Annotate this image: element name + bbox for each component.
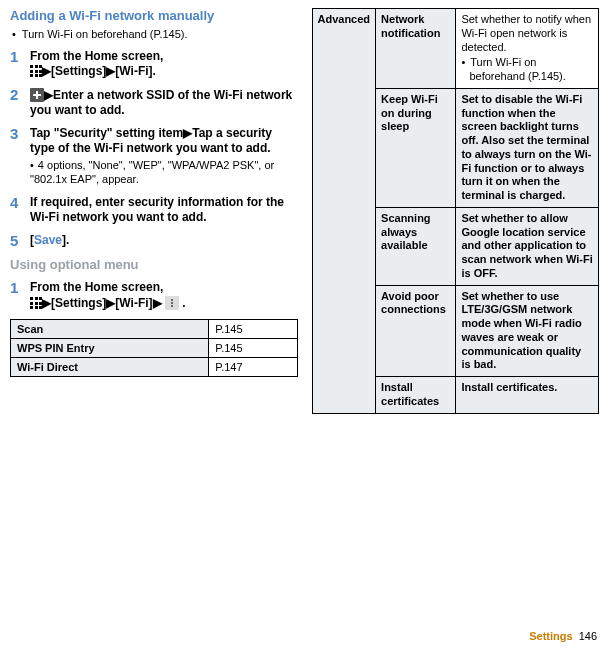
text: [Settings]: [51, 296, 106, 310]
step-2: 2 ▶Enter a network SSID of the Wi-Fi net…: [10, 87, 298, 118]
bullet: [30, 159, 38, 171]
step-number: 4: [10, 195, 30, 225]
apps-grid-icon: [30, 65, 42, 77]
save-link[interactable]: Save: [34, 233, 62, 247]
section-label: Settings: [529, 630, 572, 642]
row-label: Keep Wi-Fi on during sleep: [376, 88, 456, 207]
row-desc: Set to disable the Wi-Fi function when t…: [456, 88, 599, 207]
opt-page: P.145: [209, 339, 297, 358]
sub-note: 4 options, "None", "WEP", "WPA/WPA2 PSK"…: [30, 159, 298, 187]
text: Set whether to notify when Wi-Fi open ne…: [461, 13, 591, 53]
pre-note-text: Turn Wi-Fi on beforehand (P.145).: [22, 28, 188, 40]
row-desc: Set whether to use LTE/3G/GSM network mo…: [456, 285, 599, 377]
opt-page: P.145: [209, 320, 297, 339]
step-body: ▶Enter a network SSID of the Wi-Fi netwo…: [30, 87, 298, 118]
left-column: Adding a Wi-Fi network manually Turn Wi-…: [10, 8, 298, 414]
heading-optional-menu: Using optional menu: [10, 257, 298, 272]
plus-icon: [30, 88, 44, 102]
row-desc: Set whether to notify when Wi-Fi open ne…: [456, 9, 599, 89]
arrow-icon: ▶: [153, 296, 162, 310]
step-body: From the Home screen, ▶[Settings]▶[Wi-Fi…: [30, 280, 298, 311]
step-body: Tap "Security" setting item▶Tap a securi…: [30, 126, 298, 187]
table-row: ScanP.145: [11, 320, 298, 339]
step-number: 3: [10, 126, 30, 187]
arrow-icon: ▶: [106, 296, 115, 310]
step-number: 2: [10, 87, 30, 118]
text: From the Home screen,: [30, 49, 163, 63]
row-desc: Install certificates.: [456, 377, 599, 414]
opt-name: Wi-Fi Direct: [11, 358, 209, 377]
right-column: Advanced Network notification Set whethe…: [312, 8, 600, 414]
arrow-icon: ▶: [44, 88, 53, 102]
row-label: Avoid poor connections: [376, 285, 456, 377]
step-number: 1: [10, 49, 30, 79]
text: 4 options, "None", "WEP", "WPA/WPA2 PSK"…: [30, 159, 274, 185]
step-body: If required, enter security information …: [30, 195, 298, 225]
step-body: From the Home screen, ▶[Settings]▶[Wi-Fi…: [30, 49, 298, 79]
arrow-icon: ▶: [42, 296, 51, 310]
optional-step-1: 1 From the Home screen, ▶[Settings]▶[Wi-…: [10, 280, 298, 311]
arrow-icon: ▶: [42, 64, 51, 78]
table-row: Wi-Fi DirectP.147: [11, 358, 298, 377]
text: From the Home screen,: [30, 280, 163, 294]
step-5: 5 [Save].: [10, 233, 298, 250]
arrow-icon: ▶: [106, 64, 115, 78]
heading-add-wifi: Adding a Wi-Fi network manually: [10, 8, 298, 24]
row-label: Network notification: [376, 9, 456, 89]
table-row: Advanced Network notification Set whethe…: [312, 9, 599, 89]
options-table: ScanP.145 WPS PIN EntryP.145 Wi-Fi Direc…: [10, 319, 298, 377]
overflow-menu-icon: [165, 296, 179, 310]
opt-name: Scan: [11, 320, 209, 339]
step-body: [Save].: [30, 233, 298, 250]
text: [Wi-Fi]: [115, 296, 152, 310]
advanced-table: Advanced Network notification Set whethe…: [312, 8, 600, 414]
step-4: 4 If required, enter security informatio…: [10, 195, 298, 225]
text: [Wi-Fi].: [115, 64, 156, 78]
pre-note: Turn Wi-Fi on beforehand (P.145).: [12, 28, 298, 42]
step-1: 1 From the Home screen, ▶[Settings]▶[Wi-…: [10, 49, 298, 79]
row-label: Scanning always available: [376, 207, 456, 285]
opt-page: P.147: [209, 358, 297, 377]
group-label: Advanced: [312, 9, 376, 414]
text: Tap "Security" setting item▶Tap a securi…: [30, 126, 298, 156]
step-number: 5: [10, 233, 30, 250]
text: Enter a network SSID of the Wi-Fi networ…: [30, 88, 292, 117]
table-row: WPS PIN EntryP.145: [11, 339, 298, 358]
inner-bullet: Turn Wi-Fi on beforehand (P.145).: [461, 56, 593, 84]
text: [Settings]: [51, 64, 106, 78]
step-number: 1: [10, 280, 30, 311]
row-desc: Set whether to allow Google location ser…: [456, 207, 599, 285]
bullet: [12, 28, 22, 40]
apps-grid-icon: [30, 297, 42, 309]
row-label: Install certificates: [376, 377, 456, 414]
step-3: 3 Tap "Security" setting item▶Tap a secu…: [10, 126, 298, 187]
page-number: 146: [579, 630, 597, 642]
page-footer: Settings146: [529, 630, 597, 642]
opt-name: WPS PIN Entry: [11, 339, 209, 358]
